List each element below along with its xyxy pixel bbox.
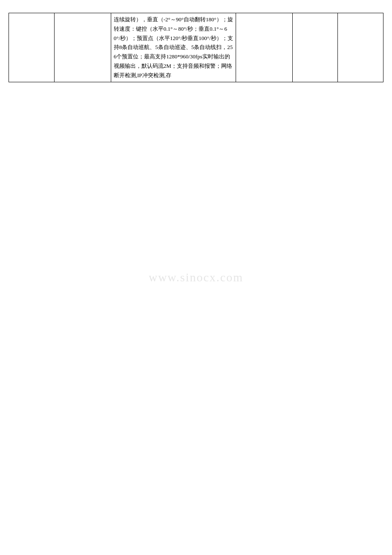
cell-col6 — [338, 13, 383, 82]
watermark: www.sinocx.com — [149, 271, 243, 284]
cell-col1 — [9, 13, 55, 82]
page-container: www.sinocx.com 连续旋转），垂直（-2°～90°自动翻转180°）… — [9, 9, 383, 546]
cell-col2 — [54, 13, 111, 82]
cell-col5 — [292, 13, 338, 82]
table-row: 连续旋转），垂直（-2°～90°自动翻转180°）；旋转速度：键控（水平0.1°… — [9, 13, 383, 82]
cell-col4 — [236, 13, 292, 82]
cell-col3: 连续旋转），垂直（-2°～90°自动翻转180°）；旋转速度：键控（水平0.1°… — [111, 13, 236, 82]
cell-col3-text: 连续旋转），垂直（-2°～90°自动翻转180°）；旋转速度：键控（水平0.1°… — [114, 16, 233, 78]
table-wrapper: 连续旋转），垂直（-2°～90°自动翻转180°）；旋转速度：键控（水平0.1°… — [9, 13, 383, 82]
main-table: 连续旋转），垂直（-2°～90°自动翻转180°）；旋转速度：键控（水平0.1°… — [9, 13, 383, 82]
